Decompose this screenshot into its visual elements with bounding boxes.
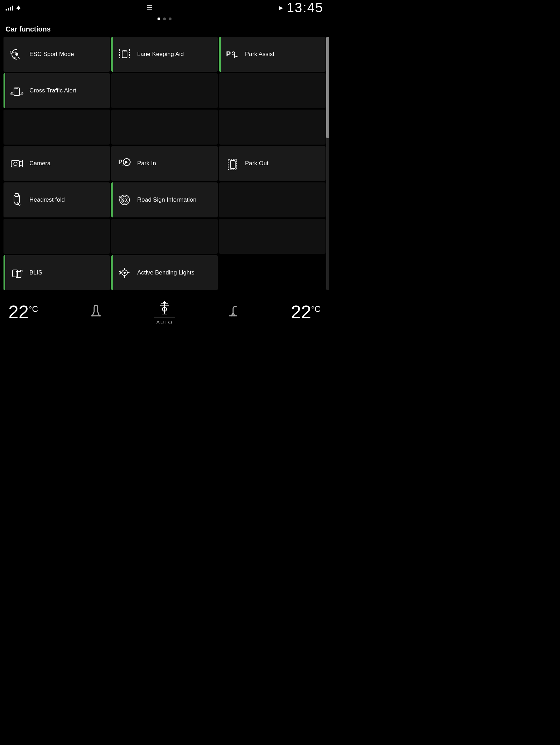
road-sign-info-icon: 90 50: [117, 192, 132, 208]
active-bending-lights-cell[interactable]: Active Bending Lights: [111, 255, 218, 290]
esc-sport-mode-icon: OFF: [9, 47, 24, 62]
temp-left-unit: °C: [29, 304, 38, 314]
empty-cell-4: [111, 110, 218, 145]
grid-row-1: OFF ESC Sport Mode Lane Keeping Aid P: [4, 37, 326, 72]
signal-bar-3: [10, 7, 11, 11]
svg-text:P: P: [226, 50, 231, 58]
temp-right-unit: °C: [311, 304, 321, 314]
seat-left-icon[interactable]: [87, 302, 105, 322]
page-dots: [0, 15, 329, 22]
park-in-icon: P: [117, 156, 132, 171]
status-right: ▶ 13:45: [279, 0, 323, 15]
blis-indicator: [4, 255, 5, 290]
dot-3[interactable]: [169, 18, 172, 20]
blis-label: BLIS: [29, 269, 42, 277]
headrest-fold-icon: [9, 192, 24, 208]
functions-grid: OFF ESC Sport Mode Lane Keeping Aid P: [0, 37, 329, 290]
empty-cell-1: [111, 73, 218, 108]
road-sign-info-indicator: [111, 182, 113, 217]
active-bending-lights-indicator: [111, 255, 113, 290]
status-left: ✱: [6, 5, 21, 11]
signal-bar-4: [12, 6, 13, 11]
auto-label: AUTO: [156, 320, 173, 325]
blis-cell[interactable]: BLIS: [4, 255, 110, 290]
temp-right-value: 22: [291, 301, 311, 322]
climate-auto-control[interactable]: AUTO: [154, 299, 175, 325]
empty-cell-8: [111, 219, 218, 254]
auto-line: [154, 318, 175, 318]
svg-point-24: [124, 272, 126, 274]
empty-cell-3: [4, 110, 110, 145]
dot-2[interactable]: [163, 18, 166, 20]
blis-icon: [9, 265, 24, 280]
empty-cell-6: [219, 182, 326, 217]
park-out-label: Park Out: [245, 160, 268, 167]
svg-rect-10: [11, 161, 20, 167]
park-out-cell[interactable]: Park Out: [219, 146, 326, 181]
active-bending-lights-icon: [117, 265, 132, 280]
svg-point-1: [15, 53, 18, 56]
signal-bar-2: [8, 8, 9, 11]
headrest-fold-cell[interactable]: Headrest fold: [4, 182, 110, 217]
camera-cell[interactable]: Camera: [4, 146, 110, 181]
park-assist-indicator: [219, 37, 221, 72]
cross-traffic-alert-indicator: [4, 73, 5, 108]
cross-traffic-alert-icon: [9, 83, 24, 98]
camera-label: Camera: [29, 160, 50, 167]
status-bar: ✱ ☰ ▶ 13:45: [0, 0, 329, 15]
camera-icon: [9, 156, 24, 171]
signal-bar-1: [6, 9, 7, 11]
scrollbar-thumb[interactable]: [326, 37, 329, 138]
bluetooth-icon: ✱: [16, 5, 21, 11]
road-sign-info-cell[interactable]: 90 50 Road Sign Information: [111, 182, 218, 217]
svg-rect-15: [230, 161, 235, 168]
park-in-label: Park In: [137, 160, 156, 167]
cross-traffic-alert-label: Cross Traffic Alert: [29, 87, 76, 95]
active-bending-lights-label: Active Bending Lights: [137, 269, 195, 277]
headrest-fold-label: Headrest fold: [29, 196, 65, 204]
grid-row-2: Cross Traffic Alert: [4, 73, 326, 108]
temp-right: 22 °C: [291, 301, 321, 322]
esc-sport-mode-label: ESC Sport Mode: [29, 50, 74, 58]
temp-left-value: 22: [8, 301, 29, 322]
park-in-cell[interactable]: P Park In: [111, 146, 218, 181]
road-sign-info-label: Road Sign Information: [137, 196, 196, 204]
hamburger-menu[interactable]: ☰: [146, 4, 153, 12]
grid-row-3: [4, 110, 326, 145]
park-out-icon: [225, 156, 240, 171]
lane-keeping-aid-cell[interactable]: Lane Keeping Aid: [111, 37, 218, 72]
empty-cell-9: [219, 219, 326, 254]
svg-rect-4: [122, 51, 127, 58]
grid-row-4: Camera P Park In Park Out: [4, 146, 326, 181]
park-assist-icon: P: [225, 47, 240, 62]
park-assist-cell[interactable]: P Park Assist: [219, 37, 326, 72]
cross-traffic-alert-cell[interactable]: Cross Traffic Alert: [4, 73, 110, 108]
empty-cell-2: [219, 73, 326, 108]
play-icon: ▶: [279, 5, 284, 11]
empty-cell-7: [4, 219, 110, 254]
grid-row-6: [4, 219, 326, 254]
lane-keeping-aid-indicator: [111, 37, 113, 72]
svg-point-11: [14, 162, 17, 166]
scrollbar-track: [326, 37, 329, 290]
dot-1[interactable]: [158, 18, 160, 20]
bottom-bar: 22 °C AUTO 22 °C: [0, 294, 329, 330]
grid-row-7: BLIS Active Bending Lights: [4, 255, 326, 290]
temp-left: 22 °C: [8, 301, 38, 322]
empty-cell-5: [219, 110, 326, 145]
park-assist-label: Park Assist: [245, 50, 274, 58]
lane-keeping-aid-icon: [117, 47, 132, 62]
svg-text:50: 50: [119, 195, 122, 199]
grid-row-5: Headrest fold 90 50 Road Sign Informatio…: [4, 182, 326, 217]
section-title: Car functions: [0, 22, 329, 37]
seat-right-icon[interactable]: [224, 302, 242, 322]
svg-rect-7: [14, 88, 20, 96]
svg-rect-21: [13, 270, 18, 277]
signal-strength: [6, 5, 13, 11]
lane-keeping-aid-label: Lane Keeping Aid: [137, 50, 184, 58]
clock: 13:45: [287, 0, 323, 15]
esc-sport-mode-cell[interactable]: OFF ESC Sport Mode: [4, 37, 110, 72]
svg-text:P: P: [118, 159, 122, 166]
svg-text:90: 90: [122, 198, 127, 203]
